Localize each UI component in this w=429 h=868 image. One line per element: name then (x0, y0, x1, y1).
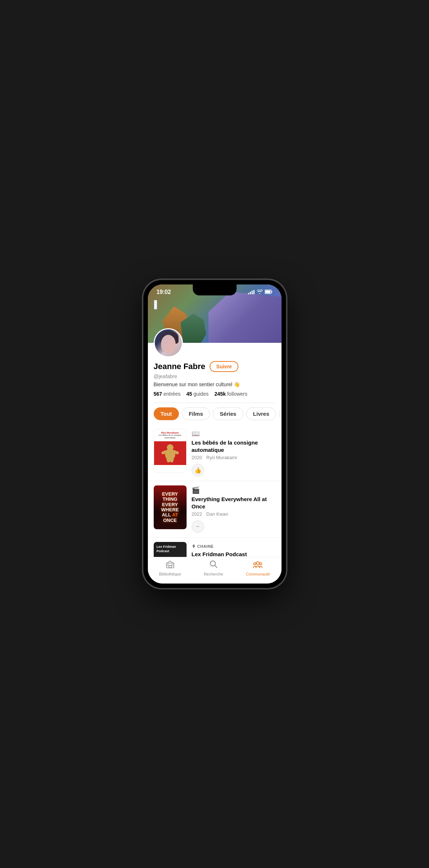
item-title-3[interactable]: Lex Fridman Podcast (192, 551, 276, 557)
movie-cover-bg: EVERY THING EVERY WHERE ALL AT ONCE (154, 485, 187, 529)
svg-rect-4 (167, 565, 169, 566)
item-author-2: Dan Kwan (206, 511, 228, 517)
item-title-1[interactable]: Les bébés de la consigne automatique (192, 439, 276, 453)
movie-cover-text: EVERY THING EVERY WHERE ALL AT ONCE (161, 492, 179, 523)
movie-text-thing: THING (161, 497, 179, 502)
book-type-icon: 📖 (192, 430, 276, 438)
avatar-overlay (155, 329, 182, 356)
podcast-badge: 🎙 CHAINE (192, 544, 214, 549)
podcast-cover-title: Lex Fridman Podcast (157, 545, 184, 553)
nav-bibliotheque[interactable]: Bibliothèque (159, 560, 181, 576)
book-cover-header: Ryû Murakami Les bébés de la consigne au… (154, 429, 186, 441)
svg-point-7 (256, 562, 259, 565)
minus-reaction-button-2[interactable]: − (192, 520, 204, 533)
avatar (154, 328, 183, 357)
followers-label: followers (227, 391, 247, 397)
back-button[interactable]: ‹ (154, 300, 158, 310)
nav-communaute-label: Communauté (246, 572, 270, 576)
battery-icon (265, 290, 273, 295)
podcast-cover-bg: Lex Fridman Podcast (154, 542, 187, 557)
search-icon (210, 560, 218, 570)
podcast-icon: 🎙 (192, 544, 196, 549)
item-year-1: 2020 (192, 455, 202, 460)
svg-rect-1 (265, 290, 270, 293)
signal-bar-4 (253, 290, 254, 294)
podcast-badge-label: CHAINE (197, 544, 214, 549)
follow-button[interactable]: Suivre (210, 361, 238, 372)
community-icon (253, 560, 263, 570)
entries-count: 567 (154, 391, 162, 397)
wifi-icon (257, 290, 263, 295)
profile-name-row: Jeanne Fabre Suivre (154, 361, 276, 372)
signal-bar-1 (248, 293, 249, 294)
book-cover-author: Ryû Murakami (156, 431, 184, 434)
guides-stat: 45 guides (186, 391, 208, 397)
svg-rect-3 (169, 565, 171, 568)
list-item: Lex Fridman Podcast 🎙 CHAINE Lex Fridman… (148, 538, 281, 557)
bottom-navigation: Bibliothèque Recherche (148, 557, 281, 584)
entries-stat: 567 entrées (154, 391, 181, 397)
movie-text-at: AT (172, 512, 178, 518)
status-icons (248, 290, 273, 295)
profile-name: Jeanne Fabre (154, 362, 206, 371)
item-author-1: Ryû Murakami (206, 455, 237, 460)
content-list: Ryû Murakami Les bébés de la consigne au… (148, 425, 281, 557)
signal-bars-icon (248, 290, 254, 294)
profile-bio: Bienvenue sur mon sentier culturel 👋 (154, 381, 276, 387)
item-info-2: 🎬 Everything Everywhere All at Once 2022… (192, 485, 276, 533)
phone-screen: 19:02 (148, 284, 281, 584)
signal-bar-2 (250, 292, 251, 294)
nav-communaute[interactable]: Communauté (246, 560, 270, 576)
item-year-2: 2022 (192, 511, 202, 517)
movie-text-once: ONCE (161, 518, 179, 523)
nav-recherche-label: Recherche (204, 572, 223, 576)
tab-films[interactable]: Films (182, 407, 210, 420)
item-title-2[interactable]: Everything Everywhere All at Once (192, 496, 276, 510)
notch (193, 284, 237, 295)
book-thumbnail-1[interactable]: Ryû Murakami Les bébés de la consigne au… (154, 429, 187, 473)
movie-thumbnail-1[interactable]: EVERY THING EVERY WHERE ALL AT ONCE (154, 485, 187, 529)
item-info-3: 🎙 CHAINE Lex Fridman Podcast Lex Fridman (192, 542, 276, 557)
tab-series[interactable]: Séries (213, 407, 243, 420)
guides-count: 45 (186, 391, 192, 397)
item-meta-2: 2022 Dan Kwan (192, 511, 276, 517)
thumbsup-reaction-button-1[interactable]: 👍 (192, 464, 204, 476)
list-item: Ryû Murakami Les bébés de la consigne au… (148, 425, 281, 481)
tab-livres[interactable]: Livres (246, 407, 276, 420)
filter-tabs: Tout Films Séries Livres Podcasts Youtub… (148, 403, 281, 425)
svg-point-8 (254, 563, 256, 565)
nav-bibliotheque-label: Bibliothèque (159, 572, 181, 576)
profile-handle: @jeafabre (154, 373, 276, 379)
library-icon (166, 560, 175, 570)
book-cover-title: Les bébés de la consigne automatique (156, 434, 184, 439)
phone-frame: 19:02 (143, 280, 286, 588)
entries-label: entrées (164, 391, 181, 397)
item-info-1: 📖 Les bébés de la consigne automatique 2… (192, 429, 276, 476)
item-meta-1: 2020 Ryû Murakami (192, 455, 276, 460)
guides-label: guides (194, 391, 208, 397)
list-item: EVERY THING EVERY WHERE ALL AT ONCE 🎬 Ev… (148, 481, 281, 538)
profile-stats: 567 entrées 45 guides 245k followers (154, 391, 276, 397)
svg-rect-5 (172, 565, 173, 566)
movie-text-every2: EVERY (161, 502, 179, 507)
followers-stat: 245k followers (214, 391, 247, 397)
svg-point-9 (260, 563, 262, 565)
podcast-thumbnail-1[interactable]: Lex Fridman Podcast (154, 542, 187, 557)
gingerbread-icon (163, 444, 177, 462)
tab-podcasts[interactable]: Podcasts (279, 407, 281, 420)
avatar-image (155, 329, 182, 356)
status-time: 19:02 (157, 289, 171, 295)
nav-recherche[interactable]: Recherche (204, 560, 223, 576)
movie-text-all: ALL AT (161, 512, 179, 518)
signal-bar-3 (252, 291, 253, 294)
banner-shape-sky (208, 292, 281, 343)
followers-count: 245k (214, 391, 226, 397)
movie-type-icon: 🎬 (192, 486, 276, 494)
tab-tout[interactable]: Tout (154, 407, 179, 420)
book-cover-image (154, 441, 186, 465)
